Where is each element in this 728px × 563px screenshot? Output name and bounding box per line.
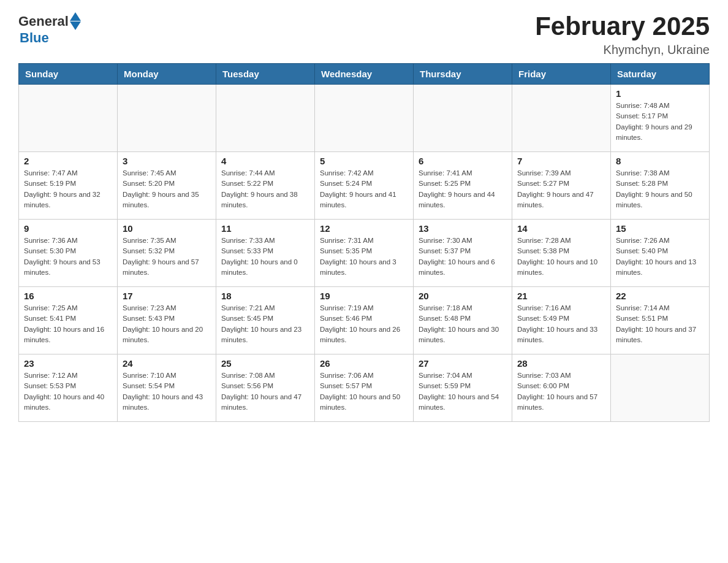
calendar-day-cell: 1Sunrise: 7:48 AMSunset: 5:17 PMDaylight…	[611, 85, 710, 152]
calendar-day-cell: 4Sunrise: 7:44 AMSunset: 5:22 PMDaylight…	[216, 152, 315, 220]
weekday-header: Friday	[512, 64, 611, 85]
day-number: 4	[221, 156, 309, 166]
weekday-header: Sunday	[19, 64, 118, 85]
logo-general-text: General	[18, 13, 69, 29]
day-detail: Sunrise: 7:16 AMSunset: 5:49 PMDaylight:…	[517, 303, 605, 345]
calendar-day-cell: 7Sunrise: 7:39 AMSunset: 5:27 PMDaylight…	[512, 152, 611, 220]
page-subtitle: Khymchyn, Ukraine	[535, 43, 710, 57]
calendar-day-cell: 10Sunrise: 7:35 AMSunset: 5:32 PMDayligh…	[118, 220, 216, 287]
logo: General Blue	[18, 12, 81, 46]
calendar-day-cell	[611, 354, 710, 422]
calendar-day-cell: 13Sunrise: 7:30 AMSunset: 5:37 PMDayligh…	[414, 220, 512, 287]
calendar-day-cell: 25Sunrise: 7:08 AMSunset: 5:56 PMDayligh…	[216, 354, 315, 422]
calendar-day-cell	[315, 85, 414, 152]
day-number: 16	[24, 291, 112, 301]
day-number: 19	[320, 291, 408, 301]
day-number: 2	[24, 156, 112, 166]
calendar-day-cell: 12Sunrise: 7:31 AMSunset: 5:35 PMDayligh…	[315, 220, 414, 287]
calendar-week-row: 1Sunrise: 7:48 AMSunset: 5:17 PMDaylight…	[19, 85, 710, 152]
day-detail: Sunrise: 7:06 AMSunset: 5:57 PMDaylight:…	[320, 370, 408, 413]
day-number: 23	[24, 358, 112, 369]
weekday-header: Thursday	[414, 64, 512, 85]
day-number: 11	[221, 223, 309, 234]
calendar-day-cell: 23Sunrise: 7:12 AMSunset: 5:53 PMDayligh…	[19, 354, 118, 422]
calendar-table: SundayMondayTuesdayWednesdayThursdayFrid…	[18, 63, 710, 422]
day-detail: Sunrise: 7:44 AMSunset: 5:22 PMDaylight:…	[221, 168, 309, 210]
calendar-day-cell: 15Sunrise: 7:26 AMSunset: 5:40 PMDayligh…	[611, 220, 710, 287]
day-number: 21	[517, 291, 605, 301]
calendar-week-row: 23Sunrise: 7:12 AMSunset: 5:53 PMDayligh…	[19, 354, 710, 422]
calendar-day-cell: 24Sunrise: 7:10 AMSunset: 5:54 PMDayligh…	[118, 354, 216, 422]
calendar-day-cell: 22Sunrise: 7:14 AMSunset: 5:51 PMDayligh…	[611, 287, 710, 354]
calendar-day-cell: 5Sunrise: 7:42 AMSunset: 5:24 PMDaylight…	[315, 152, 414, 220]
calendar-day-cell	[414, 85, 512, 152]
day-number: 24	[123, 358, 211, 369]
day-detail: Sunrise: 7:12 AMSunset: 5:53 PMDaylight:…	[24, 370, 112, 413]
logo-triangle-up-icon	[70, 12, 81, 21]
day-number: 9	[24, 223, 112, 234]
calendar-day-cell: 14Sunrise: 7:28 AMSunset: 5:38 PMDayligh…	[512, 220, 611, 287]
day-number: 20	[419, 291, 507, 301]
calendar-day-cell: 16Sunrise: 7:25 AMSunset: 5:41 PMDayligh…	[19, 287, 118, 354]
day-number: 8	[616, 156, 704, 166]
day-number: 18	[221, 291, 309, 301]
day-number: 10	[123, 223, 211, 234]
day-detail: Sunrise: 7:45 AMSunset: 5:20 PMDaylight:…	[123, 168, 211, 210]
day-detail: Sunrise: 7:25 AMSunset: 5:41 PMDaylight:…	[24, 303, 112, 345]
logo-triangle-down-icon	[70, 21, 81, 30]
day-detail: Sunrise: 7:33 AMSunset: 5:33 PMDaylight:…	[221, 236, 309, 278]
title-block: February 2025 Khymchyn, Ukraine	[535, 12, 710, 57]
day-detail: Sunrise: 7:03 AMSunset: 6:00 PMDaylight:…	[517, 370, 605, 413]
day-detail: Sunrise: 7:39 AMSunset: 5:27 PMDaylight:…	[517, 168, 605, 210]
day-detail: Sunrise: 7:23 AMSunset: 5:43 PMDaylight:…	[123, 303, 211, 345]
day-number: 5	[320, 156, 408, 166]
day-detail: Sunrise: 7:42 AMSunset: 5:24 PMDaylight:…	[320, 168, 408, 210]
calendar-day-cell	[19, 85, 118, 152]
calendar-week-row: 9Sunrise: 7:36 AMSunset: 5:30 PMDaylight…	[19, 220, 710, 287]
calendar-header-row: SundayMondayTuesdayWednesdayThursdayFrid…	[19, 64, 710, 85]
day-detail: Sunrise: 7:36 AMSunset: 5:30 PMDaylight:…	[24, 236, 112, 278]
day-number: 25	[221, 358, 309, 369]
calendar-day-cell: 17Sunrise: 7:23 AMSunset: 5:43 PMDayligh…	[118, 287, 216, 354]
day-number: 13	[419, 223, 507, 234]
weekday-header: Tuesday	[216, 64, 315, 85]
day-detail: Sunrise: 7:14 AMSunset: 5:51 PMDaylight:…	[616, 303, 704, 345]
day-number: 1	[616, 88, 704, 99]
weekday-header: Monday	[118, 64, 216, 85]
day-detail: Sunrise: 7:04 AMSunset: 5:59 PMDaylight:…	[419, 370, 507, 413]
day-detail: Sunrise: 7:26 AMSunset: 5:40 PMDaylight:…	[616, 236, 704, 278]
calendar-week-row: 2Sunrise: 7:47 AMSunset: 5:19 PMDaylight…	[19, 152, 710, 220]
calendar-day-cell: 9Sunrise: 7:36 AMSunset: 5:30 PMDaylight…	[19, 220, 118, 287]
day-detail: Sunrise: 7:10 AMSunset: 5:54 PMDaylight:…	[123, 370, 211, 413]
day-detail: Sunrise: 7:19 AMSunset: 5:46 PMDaylight:…	[320, 303, 408, 345]
day-number: 15	[616, 223, 704, 234]
calendar-day-cell	[512, 85, 611, 152]
calendar-day-cell: 11Sunrise: 7:33 AMSunset: 5:33 PMDayligh…	[216, 220, 315, 287]
day-detail: Sunrise: 7:48 AMSunset: 5:17 PMDaylight:…	[616, 101, 704, 143]
day-detail: Sunrise: 7:35 AMSunset: 5:32 PMDaylight:…	[123, 236, 211, 278]
weekday-header: Saturday	[611, 64, 710, 85]
day-detail: Sunrise: 7:28 AMSunset: 5:38 PMDaylight:…	[517, 236, 605, 278]
calendar-day-cell: 27Sunrise: 7:04 AMSunset: 5:59 PMDayligh…	[414, 354, 512, 422]
calendar-day-cell: 3Sunrise: 7:45 AMSunset: 5:20 PMDaylight…	[118, 152, 216, 220]
logo-blue-text: Blue	[20, 30, 49, 46]
weekday-header: Wednesday	[315, 64, 414, 85]
day-detail: Sunrise: 7:31 AMSunset: 5:35 PMDaylight:…	[320, 236, 408, 278]
day-number: 12	[320, 223, 408, 234]
day-detail: Sunrise: 7:21 AMSunset: 5:45 PMDaylight:…	[221, 303, 309, 345]
day-number: 3	[123, 156, 211, 166]
calendar-day-cell: 20Sunrise: 7:18 AMSunset: 5:48 PMDayligh…	[414, 287, 512, 354]
calendar-day-cell	[118, 85, 216, 152]
day-detail: Sunrise: 7:38 AMSunset: 5:28 PMDaylight:…	[616, 168, 704, 210]
page-title: February 2025	[535, 12, 710, 40]
day-detail: Sunrise: 7:30 AMSunset: 5:37 PMDaylight:…	[419, 236, 507, 278]
calendar-day-cell: 28Sunrise: 7:03 AMSunset: 6:00 PMDayligh…	[512, 354, 611, 422]
day-number: 28	[517, 358, 605, 369]
calendar-day-cell: 6Sunrise: 7:41 AMSunset: 5:25 PMDaylight…	[414, 152, 512, 220]
calendar-day-cell: 18Sunrise: 7:21 AMSunset: 5:45 PMDayligh…	[216, 287, 315, 354]
day-detail: Sunrise: 7:18 AMSunset: 5:48 PMDaylight:…	[419, 303, 507, 345]
calendar-day-cell: 19Sunrise: 7:19 AMSunset: 5:46 PMDayligh…	[315, 287, 414, 354]
day-number: 27	[419, 358, 507, 369]
calendar-day-cell: 2Sunrise: 7:47 AMSunset: 5:19 PMDaylight…	[19, 152, 118, 220]
calendar-day-cell	[216, 85, 315, 152]
